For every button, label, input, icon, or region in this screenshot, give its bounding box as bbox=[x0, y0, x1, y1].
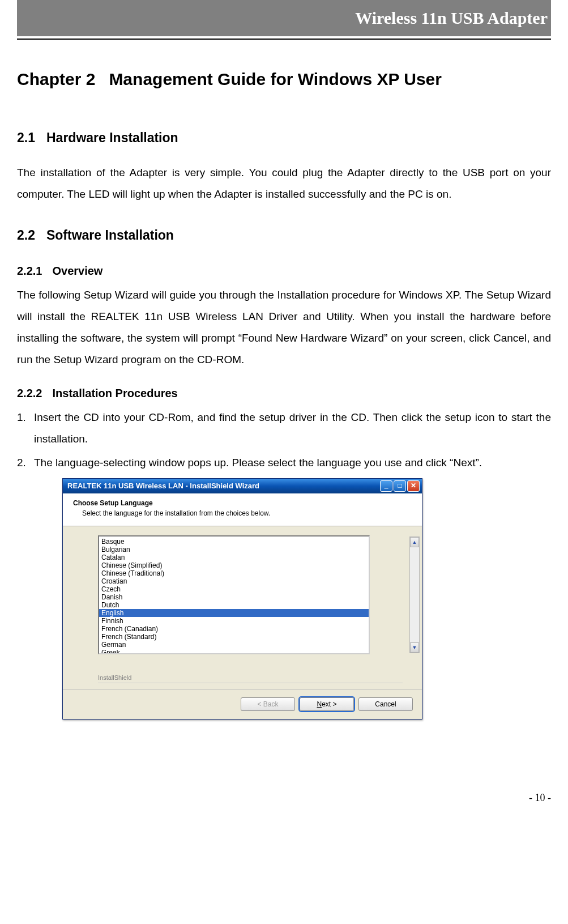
wizard-titlebar-text: REALTEK 11n USB Wireless LAN - InstallSh… bbox=[67, 482, 379, 491]
wizard-window: REALTEK 11n USB Wireless LAN - InstallSh… bbox=[62, 478, 422, 719]
subsection-number: 2.2.1 bbox=[17, 265, 42, 277]
step-marker: 2. bbox=[17, 452, 34, 474]
language-option[interactable]: Greek bbox=[99, 649, 369, 654]
subsection-title: Installation Procedures bbox=[52, 387, 177, 399]
chapter-title-text: Management Guide for Windows XP User bbox=[109, 70, 442, 88]
wizard-titlebar[interactable]: REALTEK 11n USB Wireless LAN - InstallSh… bbox=[63, 479, 422, 493]
section-title: Hardware Installation bbox=[46, 130, 178, 145]
document-header-banner: Wireless 11n USB Adapter bbox=[17, 0, 551, 36]
scroll-up-icon[interactable]: ▲ bbox=[410, 537, 419, 547]
header-rule bbox=[17, 39, 551, 40]
language-option[interactable]: Basque bbox=[99, 538, 369, 546]
subsection-title: Overview bbox=[52, 265, 103, 277]
step-marker: 1. bbox=[17, 407, 34, 450]
language-option[interactable]: German bbox=[99, 641, 369, 649]
language-option[interactable]: Dutch bbox=[99, 601, 369, 609]
listbox-scrollbar[interactable]: ▲ ▼ bbox=[409, 536, 420, 653]
next-button[interactable]: Next > bbox=[300, 697, 354, 711]
language-option[interactable]: Chinese (Simplified) bbox=[99, 561, 369, 569]
chapter-number: Chapter 2 bbox=[17, 70, 95, 88]
installshield-wizard-screenshot: REALTEK 11n USB Wireless LAN - InstallSh… bbox=[62, 478, 422, 719]
subsection-2-2-2-heading: 2.2.2Installation Procedures bbox=[17, 382, 551, 404]
install-step-2: 2. The language-selecting window pops up… bbox=[17, 452, 551, 474]
scroll-down-icon[interactable]: ▼ bbox=[410, 642, 419, 653]
language-option[interactable]: English bbox=[99, 609, 369, 617]
language-option[interactable]: French (Standard) bbox=[99, 633, 369, 641]
section-2-2-heading: 2.2Software Installation bbox=[17, 222, 551, 248]
language-option[interactable]: Catalan bbox=[99, 553, 369, 561]
language-option[interactable]: Chinese (Traditional) bbox=[99, 569, 369, 577]
install-step-1: 1. Insert the CD into your CD-Rom, and f… bbox=[17, 407, 551, 450]
language-option[interactable]: Danish bbox=[99, 593, 369, 601]
chapter-title: Chapter 2Management Guide for Windows XP… bbox=[17, 62, 551, 96]
product-name: Wireless 11n USB Adapter bbox=[355, 8, 548, 27]
next-button-rest: ext > bbox=[322, 700, 336, 708]
cancel-button[interactable]: Cancel bbox=[358, 697, 413, 711]
banner-subtitle: Select the language for the installation… bbox=[82, 509, 413, 517]
language-option[interactable]: Finnish bbox=[99, 617, 369, 625]
language-option[interactable]: Bulgarian bbox=[99, 546, 369, 553]
install-steps-list: 1. Insert the CD into your CD-Rom, and f… bbox=[17, 407, 551, 474]
subsection-2-2-1-heading: 2.2.1Overview bbox=[17, 259, 551, 282]
section-2-1-text: The installation of the Adapter is very … bbox=[17, 162, 551, 205]
back-button: < Back bbox=[241, 697, 295, 711]
subsection-2-2-1-text: The following Setup Wizard will guide yo… bbox=[17, 284, 551, 371]
banner-title: Choose Setup Language bbox=[73, 499, 413, 507]
section-number: 2.2 bbox=[17, 228, 35, 242]
step-text: The language-selecting window pops up. P… bbox=[34, 452, 551, 474]
section-2-1-heading: 2.1Hardware Installation bbox=[17, 125, 551, 151]
minimize-button[interactable]: _ bbox=[380, 480, 392, 492]
wizard-body: BasqueBulgarianCatalanChinese (Simplifie… bbox=[63, 526, 422, 689]
page-number: - 10 - bbox=[17, 787, 551, 808]
wizard-banner: Choose Setup Language Select the languag… bbox=[63, 493, 422, 526]
wizard-footer: < Back Next > Cancel bbox=[63, 689, 422, 719]
section-title: Software Installation bbox=[46, 228, 174, 242]
language-option[interactable]: French (Canadian) bbox=[99, 625, 369, 633]
installshield-brand: InstallShield bbox=[98, 674, 131, 681]
footer-rule bbox=[98, 683, 403, 683]
language-listbox[interactable]: BasqueBulgarianCatalanChinese (Simplifie… bbox=[98, 535, 370, 654]
language-option[interactable]: Czech bbox=[99, 585, 369, 593]
maximize-button[interactable]: □ bbox=[394, 480, 406, 492]
language-option[interactable]: Croatian bbox=[99, 577, 369, 585]
step-text: Insert the CD into your CD-Rom, and find… bbox=[34, 407, 551, 450]
section-number: 2.1 bbox=[17, 130, 35, 145]
close-button[interactable]: ✕ bbox=[407, 480, 420, 492]
subsection-number: 2.2.2 bbox=[17, 387, 42, 399]
